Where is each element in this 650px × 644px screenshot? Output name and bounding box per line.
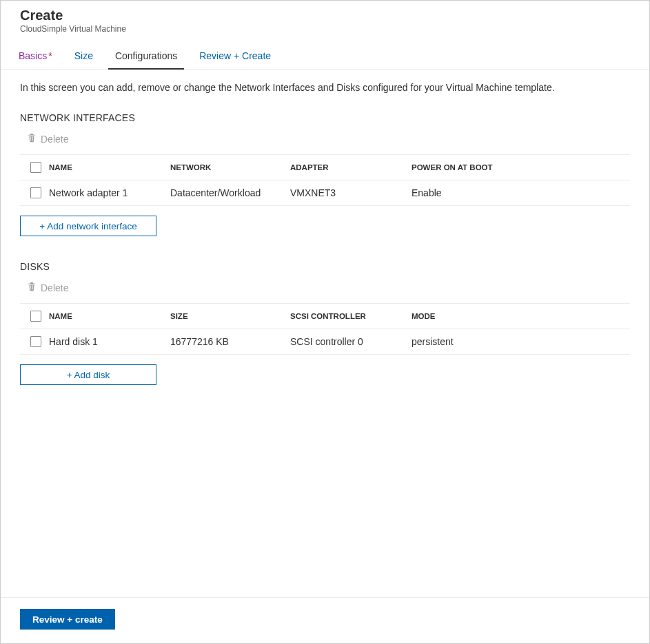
disks-row-checkbox[interactable] bbox=[30, 336, 41, 347]
disks-delete-button[interactable]: Delete bbox=[41, 282, 68, 293]
network-section: NETWORK INTERFACES Delete Name Network A… bbox=[20, 112, 630, 236]
page-header: Create CloudSimple Virtual Machine bbox=[1, 1, 649, 38]
disks-row-mode: persistent bbox=[412, 336, 627, 347]
disks-checkbox-all[interactable] bbox=[30, 311, 41, 322]
network-delete-button[interactable]: Delete bbox=[41, 134, 68, 145]
required-indicator: * bbox=[48, 50, 52, 61]
network-row-adapter: VMXNET3 bbox=[290, 187, 412, 198]
network-header-network: Network bbox=[170, 163, 290, 172]
tab-size-label: Size bbox=[74, 50, 93, 61]
add-disk-button[interactable]: + Add disk bbox=[20, 364, 156, 385]
tab-review-label: Review + Create bbox=[199, 50, 271, 61]
disks-table: Name Size SCSI Controller Mode Hard disk… bbox=[20, 303, 630, 355]
tab-basics[interactable]: Basics* bbox=[12, 45, 59, 70]
disks-header-size: Size bbox=[170, 312, 290, 320]
network-row-checkbox[interactable] bbox=[30, 187, 41, 198]
network-section-title: NETWORK INTERFACES bbox=[20, 112, 630, 123]
trash-icon bbox=[27, 282, 37, 293]
disks-header-name: Name bbox=[49, 312, 170, 320]
network-checkbox-all[interactable] bbox=[30, 162, 41, 173]
tab-basics-label: Basics bbox=[19, 50, 47, 61]
page-subtitle: CloudSimple Virtual Machine bbox=[20, 24, 630, 34]
disks-header-mode: Mode bbox=[412, 312, 627, 320]
disks-header-scsi: SCSI Controller bbox=[290, 312, 412, 320]
content-area: In this screen you can add, remove or ch… bbox=[1, 70, 649, 597]
network-row-name: Network adapter 1 bbox=[49, 187, 170, 198]
network-toolbar: Delete bbox=[20, 133, 630, 145]
tabs-bar: Basics* Size Configurations Review + Cre… bbox=[1, 45, 649, 70]
network-table-header: Name Network Adapter Power on at boot bbox=[20, 155, 630, 180]
disks-section-title: DISKS bbox=[20, 261, 630, 272]
disks-row-scsi: SCSI controller 0 bbox=[290, 336, 412, 347]
network-row-network: Datacenter/Workload bbox=[170, 187, 290, 198]
trash-icon bbox=[27, 133, 37, 145]
page-title: Create bbox=[20, 8, 630, 23]
network-header-power: Power on at boot bbox=[412, 163, 627, 172]
tab-configurations[interactable]: Configurations bbox=[108, 45, 184, 70]
disks-row-name: Hard disk 1 bbox=[49, 336, 170, 347]
disks-section: DISKS Delete Name Size SCSI Controller M… bbox=[20, 261, 630, 385]
footer-bar: Review + create bbox=[1, 597, 649, 643]
disks-toolbar: Delete bbox=[20, 282, 630, 293]
network-table: Name Network Adapter Power on at boot Ne… bbox=[20, 154, 630, 206]
table-row[interactable]: Network adapter 1 Datacenter/Workload VM… bbox=[20, 180, 630, 206]
page-description: In this screen you can add, remove or ch… bbox=[20, 82, 630, 93]
review-create-button[interactable]: Review + create bbox=[20, 609, 115, 630]
disks-table-header: Name Size SCSI Controller Mode bbox=[20, 304, 630, 329]
tab-configurations-label: Configurations bbox=[115, 50, 177, 61]
tab-size[interactable]: Size bbox=[68, 45, 100, 70]
tab-review[interactable]: Review + Create bbox=[192, 45, 278, 70]
table-row[interactable]: Hard disk 1 16777216 KB SCSI controller … bbox=[20, 329, 630, 355]
network-header-adapter: Adapter bbox=[290, 163, 412, 172]
add-network-interface-button[interactable]: + Add network interface bbox=[20, 216, 156, 236]
network-row-power: Enable bbox=[412, 187, 627, 198]
network-header-name: Name bbox=[49, 163, 170, 172]
disks-row-size: 16777216 KB bbox=[170, 336, 290, 347]
